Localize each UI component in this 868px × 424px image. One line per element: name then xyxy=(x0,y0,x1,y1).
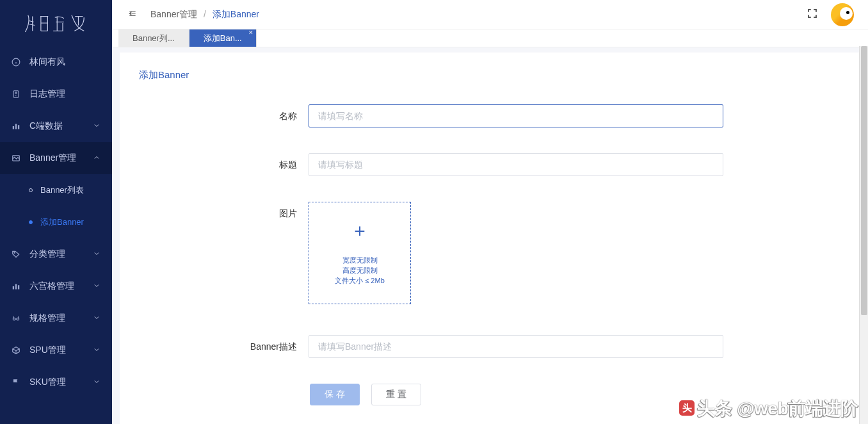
sidebar-item-label: Banner列表 xyxy=(40,184,84,196)
sidebar-item-log[interactable]: 日志管理 xyxy=(0,78,112,110)
sidebar-item-label: 日志管理 xyxy=(29,88,65,100)
card-title: 添加Banner xyxy=(120,53,860,93)
svg-rect-7 xyxy=(13,286,14,289)
breadcrumb-parent[interactable]: Banner管理 xyxy=(150,9,197,19)
chevron-down-icon xyxy=(93,249,100,259)
chevron-down-icon xyxy=(93,121,100,131)
sidebar-item-label: 规格管理 xyxy=(29,313,65,324)
save-button[interactable]: 保 存 xyxy=(310,384,360,405)
clipboard-icon xyxy=(12,90,22,99)
tabs: Banner列... 添加Ban... ✕ xyxy=(112,29,868,47)
title-label: 标题 xyxy=(120,153,309,171)
sidebar-item-label: 添加Banner xyxy=(40,216,84,228)
chevron-down-icon xyxy=(93,281,100,291)
upload-hint: 宽度无限制 xyxy=(335,255,385,265)
chart-icon xyxy=(12,122,22,131)
upload-hint: 高度无限制 xyxy=(335,265,385,275)
flag-icon xyxy=(12,378,22,387)
tab-banner-list[interactable]: Banner列... xyxy=(118,29,189,47)
sidebar-item-label: Banner管理 xyxy=(29,152,76,164)
sidebar-item-label: C端数据 xyxy=(29,120,63,132)
tab-label: Banner列... xyxy=(133,33,175,44)
chevron-down-icon xyxy=(93,377,100,387)
form: 名称 标题 图片 + 宽度无限制 高度无限制 文件大小 ≤ 2Mb xyxy=(120,93,860,424)
scrollbar[interactable] xyxy=(859,46,868,424)
sidebar-item-label: 六宫格管理 xyxy=(29,281,74,292)
page-card: 添加Banner 名称 标题 图片 + 宽度无限制 高度无限制 xyxy=(120,53,860,424)
breadcrumb-separator: / xyxy=(204,9,206,19)
sidebar-item-label: SPU管理 xyxy=(29,345,66,356)
bullet-icon xyxy=(29,188,33,192)
sidebar-item-cdata[interactable]: C端数据 xyxy=(0,110,112,142)
tab-label: 添加Ban... xyxy=(204,33,242,44)
info-icon xyxy=(12,58,22,67)
sidebar-item-label: 林间有风 xyxy=(29,56,65,68)
sidebar-subitem-banner-add[interactable]: 添加Banner xyxy=(0,206,112,238)
title-input[interactable] xyxy=(309,153,723,176)
sidebar-subitem-banner-list[interactable]: Banner列表 xyxy=(0,174,112,206)
chevron-down-icon xyxy=(93,313,100,323)
sidebar-item-spu[interactable]: SPU管理 xyxy=(0,334,112,366)
name-label: 名称 xyxy=(120,104,309,122)
topbar: Banner管理 / 添加Banner xyxy=(112,0,868,29)
glasses-icon xyxy=(12,314,22,323)
desc-input[interactable] xyxy=(309,335,723,358)
desc-label: Banner描述 xyxy=(120,335,309,353)
box-icon xyxy=(12,346,22,355)
upload-hint: 文件大小 ≤ 2Mb xyxy=(335,275,385,286)
name-input[interactable] xyxy=(309,104,723,127)
tab-banner-add[interactable]: 添加Ban... ✕ xyxy=(189,29,257,47)
avatar[interactable] xyxy=(831,3,854,26)
svg-rect-2 xyxy=(13,126,14,129)
close-icon[interactable]: ✕ xyxy=(248,30,255,37)
reset-button[interactable]: 重 置 xyxy=(371,384,421,405)
logo xyxy=(0,0,112,46)
breadcrumb: Banner管理 / 添加Banner xyxy=(150,9,259,20)
svg-rect-4 xyxy=(18,125,19,129)
bullet-icon xyxy=(29,220,33,224)
sidebar-item-label: SKU管理 xyxy=(29,377,66,388)
sidebar-item-sku[interactable]: SKU管理 xyxy=(0,366,112,398)
image-uploader[interactable]: + 宽度无限制 高度无限制 文件大小 ≤ 2Mb xyxy=(309,202,411,304)
sidebar: 林间有风 日志管理 C端数据 Banner管理 Banner列表 添加Banne… xyxy=(0,0,112,424)
collapse-sidebar-button[interactable] xyxy=(122,9,143,20)
sidebar-item-banner[interactable]: Banner管理 xyxy=(0,142,112,174)
sidebar-item-category[interactable]: 分类管理 xyxy=(0,238,112,270)
svg-point-6 xyxy=(14,252,15,253)
chevron-down-icon xyxy=(93,345,100,355)
breadcrumb-current: 添加Banner xyxy=(213,9,259,19)
scrollbar-thumb[interactable] xyxy=(861,46,867,315)
fullscreen-button[interactable] xyxy=(807,8,818,21)
tag-icon xyxy=(12,250,22,259)
svg-rect-3 xyxy=(15,124,17,129)
sidebar-item-spec[interactable]: 规格管理 xyxy=(0,302,112,334)
plus-icon: + xyxy=(354,220,366,242)
chart-icon xyxy=(12,282,22,291)
svg-rect-8 xyxy=(15,284,17,289)
svg-rect-9 xyxy=(18,285,19,289)
sidebar-item-home[interactable]: 林间有风 xyxy=(0,46,112,78)
image-label: 图片 xyxy=(120,202,309,220)
sidebar-item-label: 分类管理 xyxy=(29,249,65,260)
image-icon xyxy=(12,154,22,163)
sidebar-item-grid[interactable]: 六宫格管理 xyxy=(0,270,112,302)
chevron-up-icon xyxy=(93,153,100,163)
